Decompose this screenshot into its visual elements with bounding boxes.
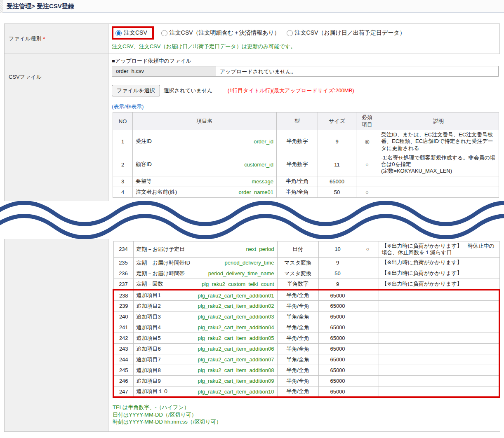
spec-row: 236定期－お届け時間帯period_delivery_time_nameマスタ…	[113, 268, 499, 279]
radio-selected-icon[interactable]	[115, 30, 122, 36]
radio-unselected-icon[interactable]	[161, 30, 167, 36]
file-type-note: 注文CSV、注文CSV（お届け日／出荷予定日データ）は更新のみ可能です。	[112, 43, 496, 50]
spec-cell-size: 50	[318, 268, 357, 279]
field-japanese-name: 追加項目6	[137, 345, 161, 353]
file-type-label: ファイル種別	[9, 35, 41, 42]
spec-cell-required: ○	[356, 187, 378, 197]
radio-unselected-icon[interactable]	[287, 30, 293, 36]
spec-cell-required	[357, 258, 379, 268]
spec-cell-description	[379, 290, 499, 301]
spec-row: 239追加項目2plg_raku2_cart_item_addition02半角…	[113, 301, 499, 312]
spec-cell-required	[357, 268, 379, 279]
spec-label-cell-bottom	[5, 239, 108, 431]
spec-cell-required	[357, 386, 379, 398]
spec-cell-description	[379, 333, 499, 344]
field-code-name: plg_raku2_cart_item_addition04	[198, 324, 274, 330]
spec-cell-type: 半角/全角	[277, 386, 318, 398]
wave-cut-decoration	[0, 201, 504, 239]
spec-cell-size: 65000	[318, 312, 357, 322]
spec-row: 246追加項目9plg_raku2_cart_item_addition09半角…	[113, 376, 499, 386]
spec-cell-no: 234	[113, 241, 133, 258]
spec-cell-name: 追加項目１０plg_raku2_cart_item_addition10	[133, 386, 277, 398]
spec-cell-no: 241	[113, 322, 133, 333]
spec-cell-name: 定期－お届け時間帯IDperiod_delivery_time	[133, 258, 277, 268]
spec-cell-description	[379, 386, 499, 398]
footnote-tel: TELは半角数字、-（ハイフン）	[113, 404, 500, 411]
show-hide-toggle-link[interactable]: (表示/非表示)	[112, 103, 144, 110]
csv-file-content-cell: ■アップロード依頼中のファイル order_h.csv アップロードされていませ…	[108, 54, 502, 100]
field-japanese-name: 追加項目9	[137, 377, 161, 385]
spec-cell-required	[357, 376, 379, 386]
no-file-selected-text: 選択されていません	[164, 87, 213, 94]
spec-cell-type: マスタ変換	[277, 268, 318, 279]
pending-file-status: アップロードされていません。	[216, 66, 498, 76]
spec-cell-size: 65000	[318, 290, 357, 301]
field-code-name: plg_raku2_cart_item_addition02	[198, 303, 274, 309]
spec-cell-size: 50	[318, 187, 356, 197]
field-code-name: plg_raku2_custom_teiki_count	[202, 281, 274, 287]
spec-cell-no: 247	[113, 386, 133, 398]
spec-cell-description: 【※出力時に負荷がかかります】	[379, 258, 499, 268]
field-japanese-name: 受注ID	[136, 138, 152, 145]
field-code-name: order_id	[254, 138, 273, 145]
spec-row: 237定期－回数plg_raku2_custom_teiki_count半角数字…	[113, 279, 499, 290]
spec-cell-no: 1	[113, 130, 133, 153]
spec-cell-description: 【※出力時に負荷がかかります】	[379, 268, 499, 279]
form-row-csv-file: CSVファイル ■アップロード依頼中のファイル order_h.csv アップロ…	[5, 54, 499, 100]
spec-column-header: NO	[113, 112, 133, 130]
file-type-option[interactable]: 注文CSV（注文明細含む＋決済情報あり）	[161, 29, 280, 37]
field-japanese-name: 定期－お届け予定日	[137, 246, 185, 253]
spec-cell-size: 65000	[318, 344, 357, 354]
field-japanese-name: 定期－回数	[137, 280, 163, 288]
field-japanese-name: 追加項目5	[137, 335, 161, 342]
file-type-option[interactable]: 注文CSV	[112, 26, 154, 40]
field-code-name: order_name01	[238, 189, 273, 195]
spec-table-top: NO項目名型サイズ必須項目説明 1受注IDorder_id半角数字9◎受注ID、…	[113, 112, 499, 198]
spec-cell-name: 定期－お届け時間帯period_delivery_time_name	[133, 268, 277, 279]
spec-row: 4注文者お名前(姓)order_name01半角/全角50○	[113, 187, 499, 197]
spec-cell-type: 半角/全角	[277, 344, 318, 354]
spec-cell-size: 9	[318, 258, 357, 268]
upload-constraint-note: (1行目タイトル行)(最大アップロードサイズ:200MB)	[228, 87, 354, 94]
spec-row: 244追加項目7plg_raku2_cart_item_addition07半角…	[113, 354, 499, 365]
spec-cell-size: 65000	[318, 354, 357, 365]
spec-row: 241追加項目4plg_raku2_cart_item_addition04半角…	[113, 322, 499, 333]
spec-row: 245追加項目8plg_raku2_cart_item_addition08半角…	[113, 365, 499, 376]
spec-cell-description: 受注ID、または、EC注文番号、EC注文番号枝番、EC種類、EC店舗IDで特定さ…	[378, 130, 499, 153]
spec-cell-no: 243	[113, 344, 133, 354]
spec-cell-description: -1:名寄せ処理で顧客新規作成する。非会員の場合は0を指定 (定数=KOKYAK…	[378, 153, 499, 176]
csv-file-label-cell: CSVファイル	[5, 54, 108, 100]
spec-cell-required	[357, 322, 379, 333]
field-japanese-name: 注文者お名前(姓)	[136, 188, 177, 196]
spec-column-header: 必須項目	[356, 112, 378, 130]
field-code-name: plg_raku2_cart_item_addition09	[198, 378, 274, 384]
spec-cell-type: 半角/全角	[277, 376, 318, 386]
spec-row: 1受注IDorder_id半角数字9◎受注ID、または、EC注文番号、EC注文番…	[113, 130, 499, 153]
field-japanese-name: 顧客ID	[136, 161, 152, 168]
csv-file-label: CSVファイル	[9, 73, 42, 81]
spec-cell-description	[379, 322, 499, 333]
spec-content-cell-top: (表示/非表示) NO項目名型サイズ必須項目説明 1受注IDorder_id半角…	[108, 100, 502, 201]
field-japanese-name: 追加項目3	[137, 313, 161, 321]
spec-cell-name: 追加項目5plg_raku2_cart_item_addition05	[133, 333, 277, 344]
spec-header-row: NO項目名型サイズ必須項目説明	[113, 112, 499, 130]
spec-column-header: 型	[277, 112, 318, 130]
field-japanese-name: 定期－お届け時間帯	[137, 270, 185, 277]
form-row-spec-top: (表示/非表示) NO項目名型サイズ必須項目説明 1受注IDorder_id半角…	[5, 100, 499, 201]
spec-row: 235定期－お届け時間帯IDperiod_delivery_timeマスタ変換9…	[113, 258, 499, 268]
spec-cell-required	[357, 301, 379, 312]
spec-cell-type: 半角/全角	[277, 365, 318, 376]
spec-cell-type: 半角/全角	[277, 312, 318, 322]
spec-cell-required: ○	[357, 241, 379, 258]
choose-file-button[interactable]: ファイルを選択	[112, 85, 160, 96]
field-code-name: next_period	[246, 246, 274, 252]
file-type-option[interactable]: 注文CSV（お届け日／出荷予定日データ）	[287, 29, 405, 37]
spec-cell-name: 要望等message	[133, 176, 277, 187]
spec-cell-size: 9	[318, 279, 357, 290]
spec-cell-name: 追加項目7plg_raku2_cart_item_addition07	[133, 354, 277, 365]
spec-cell-size: 65000	[318, 301, 357, 312]
spec-cell-no: 240	[113, 312, 133, 322]
spec-cell-description	[379, 376, 499, 386]
spec-cell-no: 235	[113, 258, 133, 268]
field-japanese-name: 追加項目4	[137, 324, 161, 331]
